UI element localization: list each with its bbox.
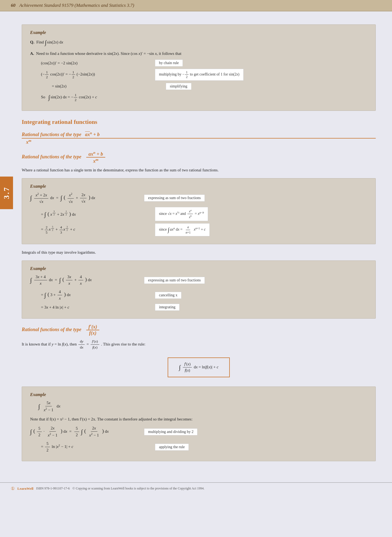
example-box-2: Example ∫ x2 + 2x √x dx = ∫ ( x2 √x (22, 178, 376, 244)
example4-note: Note that if f(x) = x² − 1, then f′(x) =… (30, 416, 367, 422)
footer-copyright: © Copying or scanning from LearnWell boo… (72, 486, 204, 491)
annotation-cancelling-x: cancelling x (155, 292, 181, 299)
example4-expr1: ∫ ( 5 2 · 2x x2 − 1 ) dx = 5 (30, 425, 133, 438)
example4-row1: ∫ ( 5 2 · 2x x2 − 1 ) dx = 5 (30, 425, 367, 438)
example1-question: Q. Find ∫sin(2x) dx (30, 38, 367, 48)
example3-row3: = 3x + 4 ln |x| + c integrating (30, 304, 367, 311)
example2-row2: = ∫ ( x32 + 2x12 ) dx since √x = x½ and … (30, 207, 367, 221)
type1-description: Where a rational function has a single t… (22, 167, 376, 173)
annotation-axn-rule: since ∫axn dx = a n+1 xn+1 + c (155, 223, 210, 236)
example3-row1: ∫ 3x + 4 x dx = ∫ ( 3x x + 4 (30, 274, 367, 287)
example2-row1: ∫ x2 + 2x √x dx = ∫ ( x2 √x + 2x (30, 191, 367, 205)
example2-expr2: = ∫ ( x32 + 2x12 ) dx (41, 210, 144, 218)
example1-title: Example (30, 30, 367, 35)
example2-expr1: ∫ x2 + 2x √x dx = ∫ ( x2 √x + 2x (30, 191, 133, 205)
example1-expr1: (cos(2x))′ = −2 sin(2x) (41, 61, 144, 65)
section-integrating: Integrating rational functions (22, 118, 376, 125)
example3-title: Example (30, 266, 367, 271)
page: 60 Achievement Standard 91579 (Mathemati… (0, 0, 392, 537)
annotation-mult-div-2: multiplying and dividing by 2 (144, 428, 197, 435)
rule-box: ∫ f′(x) f(x) dx = ln|f(x)| + c (168, 357, 230, 377)
subsection-type1-display: Rational functions of the type axn + b x… (22, 150, 376, 164)
annotation-sum-fractions-1: expressing as sum of two fractions (144, 194, 205, 202)
subsection-type1-label: Rational functions of the type (22, 132, 81, 137)
example1-expr2: (−12 cos(2x))′ = −12 (−2sin(2x)) (41, 70, 144, 80)
page-number: 60 (11, 3, 15, 8)
example1-expr3: = sin(2x) (52, 84, 155, 89)
annotation-integrating: integrating (155, 304, 180, 311)
example2-title: Example (30, 184, 367, 189)
example-box-1: Example Q. Find ∫sin(2x) dx A. Need to f… (22, 24, 376, 111)
example1-row3: = sin(2x) simplifying (30, 83, 367, 90)
example1-conclusion: So ∫sin(2x) dx = −12 cos(2x) + c (41, 93, 367, 102)
footer-logo: LearnWell (17, 486, 33, 491)
example4-title: Example (30, 392, 367, 397)
annotation-applying-rule: applying the rule (155, 444, 189, 451)
example-box-3: Example ∫ 3x + 4 x dx = ∫ ( 3x x (22, 260, 376, 319)
example2-row3: = 25x52 + 43x32 + c since ∫axn dx = a n+… (30, 223, 367, 236)
annotation-multiply: multiplying by −12 to get coefficient of… (155, 69, 244, 81)
example4-expr2: = 5 2 ln |x2 − 1| + c (41, 441, 144, 453)
annotation-sqrt-rule: since √x = x½ and xa xb = xa−b (155, 207, 208, 221)
annotation-sum-fractions-2: expressing as sum of two fractions (144, 277, 205, 284)
logarithms-note: Integrals of this type may involve logar… (22, 249, 376, 256)
example-box-4: Example ∫ 5x x2 − 1 dx Note that if f(x)… (22, 387, 376, 461)
header-bar: 60 Achievement Standard 91579 (Mathemati… (0, 0, 392, 11)
annotation-chain-rule: by chain rule (155, 59, 183, 67)
example3-expr1: ∫ 3x + 4 x dx = ∫ ( 3x x + 4 (30, 274, 133, 287)
subsection-type2-display: Rational functions of the type f′(x) f(x… (22, 324, 376, 336)
type2-description: It is known that if y = ln f(x), then dy… (22, 339, 376, 350)
footer-isbn: ISBN 978-1-991107-17-6 (36, 486, 70, 491)
example3-expr3: = 3x + 4 ln |x| + c (41, 305, 144, 310)
example1-answer-intro: A. Need to find a function whose derivat… (30, 50, 367, 57)
footer: ① LearnWell ISBN 978-1-991107-17-6 © Cop… (0, 482, 392, 494)
subsection-type1: Rational functions of the type axn + b x… (22, 131, 376, 145)
example1-row2: (−12 cos(2x))′ = −12 (−2sin(2x)) multipl… (30, 69, 367, 81)
side-tab: 3.7 (0, 177, 13, 209)
rule-box-container: ∫ f′(x) f(x) dx = ln|f(x)| + c (22, 353, 376, 382)
main-content: Example Q. Find ∫sin(2x) dx A. Need to f… (0, 11, 392, 474)
example3-row2: = ∫ ( 3 + 4 x ) dx cancelling x (30, 289, 367, 302)
example3-expr2: = ∫ ( 3 + 4 x ) dx (41, 289, 144, 302)
example1-row1: (cos(2x))′ = −2 sin(2x) by chain rule (30, 59, 367, 67)
example4-row2: = 5 2 ln |x2 − 1| + c applying the rule (30, 441, 367, 453)
example2-expr3: = 25x52 + 43x32 + c (41, 225, 144, 235)
annotation-simplifying: simplifying (166, 83, 192, 90)
example4-integral: ∫ 5x x2 − 1 dx (38, 400, 367, 413)
header-title: Achievement Standard 91579 (Mathematics … (19, 3, 134, 8)
